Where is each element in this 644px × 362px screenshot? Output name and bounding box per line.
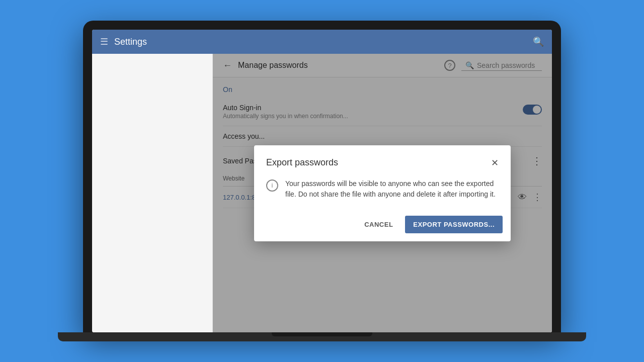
hamburger-icon[interactable]: ☰ [100, 36, 108, 47]
modal-overlay: Export passwords ✕ i Your passwords will… [213, 54, 552, 332]
dialog-message: Your passwords will be visible to anyone… [285, 178, 499, 200]
main-content: ← Manage passwords ? 🔍 Search passwords … [213, 54, 552, 332]
info-icon: i [266, 179, 278, 192]
cancel-button[interactable]: CANCEL [356, 216, 401, 233]
export-passwords-button[interactable]: EXPORT PASSWORDS... [405, 216, 503, 233]
settings-title: Settings [114, 37, 147, 47]
header-search-icon[interactable]: 🔍 [533, 36, 544, 47]
dialog-actions: CANCEL EXPORT PASSWORDS... [254, 212, 511, 241]
laptop-base [58, 332, 586, 341]
dialog-close-button[interactable]: ✕ [489, 155, 501, 170]
dialog-title-bar: Export passwords ✕ [254, 145, 511, 176]
sidebar [92, 54, 213, 332]
dialog-body: i Your passwords will be visible to anyo… [254, 176, 511, 212]
dialog-title: Export passwords [266, 157, 338, 168]
export-passwords-dialog: Export passwords ✕ i Your passwords will… [254, 145, 511, 241]
